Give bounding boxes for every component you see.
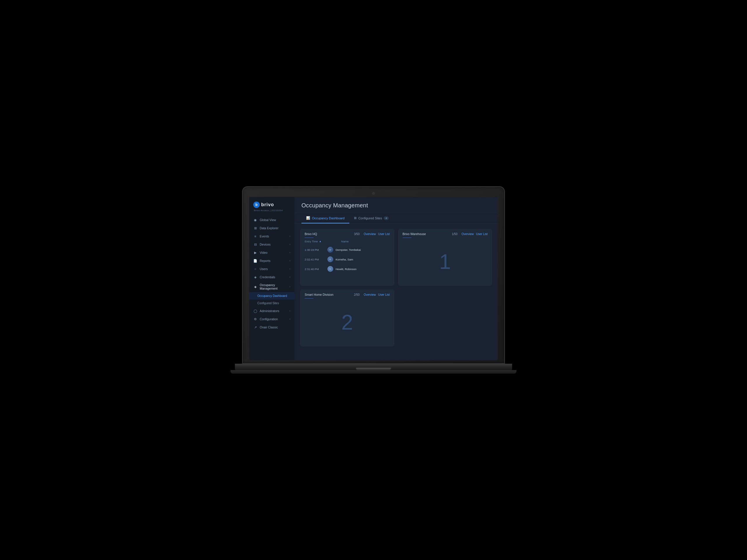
tab-label-configured-sites: Configured Sites <box>358 216 382 220</box>
sidebar-item-reports[interactable]: 📄Reports› <box>249 257 294 265</box>
sidebar-item-events[interactable]: ≡Events› <box>249 232 294 240</box>
site-big-number-brivo-warehouse: 1 <box>398 238 492 285</box>
site-card-header-brivo-hq: Brivo HQ3/50OverviewUser List <box>301 229 394 237</box>
onair-classic-icon: ↗ <box>253 325 257 329</box>
laptop-bottom <box>231 370 516 374</box>
tab-occupancy-dashboard[interactable]: 📊Occupancy Dashboard <box>302 213 349 223</box>
laptop-screen: b brivo Brivo Access | 20210204 ◉Global … <box>249 197 498 360</box>
tabs-bar: 📊Occupancy Dashboard⊞Configured Sites4 <box>294 213 498 224</box>
sidebar-item-label-configured-sites: Configured Sites <box>257 301 279 305</box>
site-card-header-brivo-warehouse: Brivo Warehouse1/50OverviewUser List <box>398 229 492 237</box>
video-icon: ▶ <box>253 250 257 255</box>
sidebar-item-label-occupancy-management: Occupancy Management <box>260 283 287 290</box>
action-user-list-smart-home-division[interactable]: User List <box>378 293 390 296</box>
avatar: K <box>327 257 333 262</box>
laptop-hinge <box>356 368 391 370</box>
devices-arrow-icon: › <box>289 243 290 246</box>
reports-icon: 📄 <box>253 259 257 263</box>
sidebar-item-administrators[interactable]: ◯Administrators› <box>249 307 294 315</box>
events-arrow-icon: › <box>289 235 290 238</box>
brivo-logo: b brivo <box>253 202 290 208</box>
site-actions-brivo-hq: OverviewUser List <box>364 233 390 236</box>
laptop-base <box>235 364 512 370</box>
entry-user: KKomeha, Sam <box>327 257 353 262</box>
entry-name: Komeha, Sam <box>336 258 353 261</box>
avatar: H <box>327 266 333 272</box>
table-row: 2:31:40 PMHHewitt, Robinson <box>301 264 394 273</box>
col-name-label: Name <box>341 240 349 243</box>
occupancy-management-icon: ◈ <box>253 285 257 289</box>
entry-name: Hewitt, Robinson <box>336 267 357 271</box>
site-card-smart-home-division: Smart Home Division2/50OverviewUser List… <box>300 290 394 346</box>
configuration-icon: ⚙ <box>253 317 257 321</box>
site-body-brivo-warehouse: 1 <box>398 238 492 285</box>
sidebar-item-devices[interactable]: ⊟Devices› <box>249 240 294 248</box>
site-count-smart-home-division: 2/50 <box>354 293 360 296</box>
entry-user: DDempster, Tombekai <box>327 247 361 252</box>
sidebar-item-configured-sites[interactable]: Configured Sites <box>249 299 294 307</box>
action-overview-smart-home-division[interactable]: Overview <box>364 293 376 296</box>
sidebar-item-label-occupancy-dashboard: Occupancy Dashboard <box>257 294 287 297</box>
content-area: Brivo HQ3/50OverviewUser ListEntry Time … <box>294 224 498 351</box>
main-content: Occupancy Management 📊Occupancy Dashboar… <box>294 197 498 360</box>
sidebar-item-label-data-explorer: Data Explorer <box>260 226 278 230</box>
reports-arrow-icon: › <box>289 259 290 262</box>
site-name-smart-home-division: Smart Home Division <box>305 293 334 296</box>
entry-name: Dempster, Tombekai <box>336 248 361 251</box>
table-row: 1:30:19 PMDDempster, Tombekai <box>301 245 394 254</box>
action-overview-brivo-warehouse[interactable]: Overview <box>462 233 474 236</box>
data-explorer-icon: ⊞ <box>253 226 257 230</box>
sidebar-item-label-devices: Devices <box>260 243 271 246</box>
brivo-logo-icon: b <box>253 202 260 208</box>
site-table-header-brivo-hq: Entry Time ▲Name <box>301 238 394 245</box>
users-icon: ○ <box>253 267 257 271</box>
action-user-list-brivo-hq[interactable]: User List <box>378 233 390 236</box>
action-user-list-brivo-warehouse[interactable]: User List <box>476 233 488 236</box>
entry-time: 1:30:19 PM <box>305 248 325 251</box>
occupancy-dashboard-tab-icon: 📊 <box>306 216 310 220</box>
sidebar-subtitle: Brivo Access | 20210204 <box>253 209 290 212</box>
credentials-icon: ◈ <box>253 275 257 279</box>
site-actions-brivo-warehouse: OverviewUser List <box>462 233 488 236</box>
administrators-arrow-icon: › <box>289 310 290 312</box>
occupancy-management-arrow-icon: › <box>289 285 290 288</box>
page-header: Occupancy Management <box>294 197 498 213</box>
sidebar-item-occupancy-management[interactable]: ◈Occupancy Management› <box>249 281 294 292</box>
sidebar-item-video[interactable]: ▶Video› <box>249 248 294 257</box>
entry-time: 2:02:41 PM <box>305 258 325 261</box>
tab-label-occupancy-dashboard: Occupancy Dashboard <box>312 216 344 220</box>
entry-user: HHewitt, Robinson <box>327 266 357 272</box>
table-row: 2:02:41 PMKKomeha, Sam <box>301 254 394 264</box>
sidebar-item-label-credentials: Credentials <box>260 275 275 279</box>
tab-configured-sites[interactable]: ⊞Configured Sites4 <box>349 213 393 223</box>
action-overview-brivo-hq[interactable]: Overview <box>364 233 376 236</box>
sidebar-item-occupancy-dashboard[interactable]: Occupancy Dashboard <box>249 292 294 299</box>
sidebar-item-label-reports: Reports <box>260 259 271 263</box>
avatar: D <box>327 247 333 252</box>
credentials-arrow-icon: › <box>289 276 290 278</box>
sidebar-item-label-users: Users <box>260 267 267 271</box>
site-body-smart-home-division: 2 <box>301 299 394 346</box>
entry-time: 2:31:40 PM <box>305 267 325 271</box>
sidebar-logo: b brivo Brivo Access | 20210204 <box>249 197 294 213</box>
administrators-icon: ◯ <box>253 309 257 313</box>
site-card-brivo-warehouse: Brivo Warehouse1/50OverviewUser List1 <box>398 229 492 286</box>
sidebar-item-label-video: Video <box>260 251 267 254</box>
laptop-camera <box>372 192 375 194</box>
site-big-number-smart-home-division: 2 <box>301 299 394 346</box>
site-actions-smart-home-division: OverviewUser List <box>364 293 390 296</box>
sidebar-item-global-view[interactable]: ◉Global View <box>249 216 294 224</box>
sidebar-item-label-global-view: Global View <box>260 218 276 222</box>
brivo-logo-text: brivo <box>261 202 274 207</box>
sidebar-item-label-events: Events <box>260 235 269 238</box>
configured-sites-tab-icon: ⊞ <box>354 216 357 220</box>
video-arrow-icon: › <box>289 251 290 254</box>
site-count-brivo-hq: 3/50 <box>354 233 360 236</box>
sidebar-item-data-explorer[interactable]: ⊞Data Explorer <box>249 224 294 232</box>
sidebar-item-onair-classic[interactable]: ↗Onair Classic <box>249 323 294 331</box>
site-body-brivo-hq: Entry Time ▲Name1:30:19 PMDDempster, Tom… <box>301 238 394 282</box>
sidebar-item-configuration[interactable]: ⚙Configuration› <box>249 315 294 323</box>
sidebar-item-users[interactable]: ○Users› <box>249 265 294 273</box>
sidebar-item-credentials[interactable]: ◈Credentials› <box>249 273 294 281</box>
laptop-bezel: b brivo Brivo Access | 20210204 ◉Global … <box>242 186 505 364</box>
